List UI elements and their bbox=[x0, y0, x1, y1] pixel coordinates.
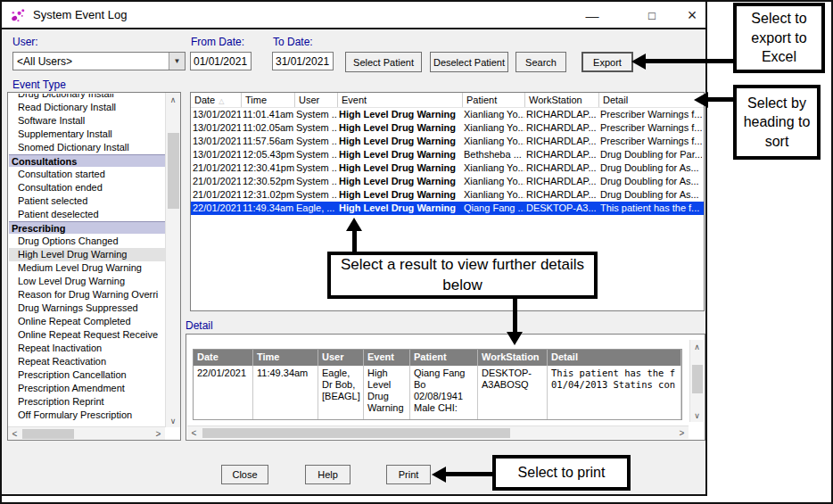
event-type-item[interactable]: Drug Options Changed bbox=[9, 235, 166, 248]
event-type-item[interactable]: Prescription Reprint bbox=[9, 395, 166, 409]
detail-header-row: DateTimeUserEventPatientWorkStationDetai… bbox=[194, 350, 681, 366]
cell-workstation: DESKTOP-A3... bbox=[524, 202, 598, 215]
event-type-item[interactable]: Prescription Cancellation bbox=[9, 368, 166, 382]
cell-time: 12:31.02pm bbox=[241, 188, 294, 202]
event-type-item[interactable]: Medium Level Drug Warning bbox=[9, 261, 166, 275]
event-type-item[interactable]: Snomed Dictionary Install bbox=[9, 141, 166, 154]
chevron-down-icon[interactable]: ▼ bbox=[169, 53, 185, 70]
scroll-right-icon[interactable]: > bbox=[152, 427, 165, 440]
scrollbar-thumb[interactable] bbox=[22, 429, 74, 439]
event-type-item[interactable]: Read Dictionary Install bbox=[9, 101, 166, 114]
detail-cell-event: High Level Drug Warning bbox=[364, 366, 410, 419]
result-row[interactable]: 13/01/202111:01.41amSystem ...High Level… bbox=[191, 108, 704, 121]
from-date-input[interactable] bbox=[190, 52, 252, 70]
cell-user: System ... bbox=[294, 188, 337, 202]
result-row[interactable]: 13/01/202111:57.56amSystem ...High Level… bbox=[191, 135, 704, 148]
help-button[interactable]: Help bbox=[305, 465, 351, 484]
cell-patient: Xianliang Yo... bbox=[462, 188, 524, 202]
minimize-button-icon[interactable]: — bbox=[578, 4, 606, 26]
event-type-item[interactable]: Online Repeat Request Receive bbox=[9, 328, 166, 342]
event-type-list: Drug Dictionary InstallRead Dictionary I… bbox=[7, 92, 181, 441]
sort-annotation: Select by heading to sort bbox=[733, 85, 821, 160]
result-row[interactable]: 13/01/202111:02.05amSystem ...High Level… bbox=[191, 121, 704, 135]
cell-detail: Drug Doubling for As... bbox=[598, 161, 702, 175]
result-row[interactable]: 21/01/202112:31.02pmSystem ...High Level… bbox=[191, 188, 704, 202]
detail-column-header-event: Event bbox=[364, 350, 410, 366]
scroll-left-icon[interactable]: < bbox=[187, 426, 201, 439]
maximize-button-icon[interactable]: □ bbox=[638, 4, 666, 26]
cell-event: High Level Drug Warning bbox=[337, 161, 462, 175]
detail-column-header-detail: Detail bbox=[548, 350, 681, 366]
event-type-item[interactable]: Patient selected bbox=[9, 194, 166, 208]
cell-patient: Xianliang Yo... bbox=[462, 121, 524, 135]
cell-patient: Bethsheba ... bbox=[462, 148, 524, 161]
event-type-item[interactable]: Off Formulary Prescription bbox=[9, 409, 166, 422]
cell-workstation: RICHARDLAP... bbox=[524, 148, 598, 161]
column-header-workstation[interactable]: WorkStation bbox=[524, 93, 598, 107]
event-type-category[interactable]: Prescribing bbox=[9, 221, 166, 235]
cell-event: High Level Drug Warning bbox=[337, 202, 462, 215]
scrollbar-thumb[interactable] bbox=[202, 428, 510, 438]
scroll-down-icon[interactable]: ∨ bbox=[690, 409, 704, 422]
sort-ascending-icon: △ bbox=[219, 97, 224, 105]
select-patient-button[interactable]: Select Patient bbox=[345, 52, 422, 72]
detail-horizontal-scrollbar[interactable]: < > bbox=[187, 426, 689, 439]
event-type-item[interactable]: Reason for Drug Warning Overri bbox=[9, 288, 166, 302]
column-header-date[interactable]: Date△ bbox=[191, 93, 241, 107]
cell-event: High Level Drug Warning bbox=[337, 135, 462, 148]
search-button[interactable]: Search bbox=[515, 52, 566, 72]
event-type-vertical-scrollbar[interactable]: ∧ ∨ bbox=[165, 93, 180, 427]
event-type-item[interactable]: Repeat Inactivation bbox=[9, 342, 166, 355]
scroll-up-icon[interactable]: ∧ bbox=[690, 340, 704, 353]
close-button[interactable]: Close bbox=[221, 465, 268, 484]
column-header-detail[interactable]: Detail bbox=[598, 93, 702, 107]
result-row[interactable]: 21/01/202112:30.41pmSystem ...High Level… bbox=[191, 161, 704, 175]
cell-date: 21/01/2021 bbox=[191, 188, 241, 202]
event-type-item[interactable]: Online Repeat Completed bbox=[9, 315, 166, 328]
event-type-item[interactable]: Supplementary Install bbox=[9, 128, 166, 141]
detail-table: DateTimeUserEventPatientWorkStationDetai… bbox=[193, 349, 682, 420]
scroll-left-icon[interactable]: < bbox=[8, 427, 21, 440]
scrollbar-thumb[interactable] bbox=[168, 133, 179, 209]
cell-event: High Level Drug Warning bbox=[337, 175, 462, 188]
event-type-item[interactable]: Repeat Reactivation bbox=[9, 355, 166, 368]
event-type-item[interactable]: Consultation started bbox=[9, 168, 166, 181]
event-type-item[interactable]: Consultation ended bbox=[9, 181, 166, 194]
detail-vertical-scrollbar[interactable]: ∧ ∨ bbox=[689, 340, 704, 422]
detail-cell-detail: This patient has the f 01/04/2013 Statin… bbox=[548, 366, 681, 419]
deselect-patient-button[interactable]: Deselect Patient bbox=[430, 52, 508, 72]
close-button-icon[interactable]: × bbox=[678, 4, 706, 26]
scroll-up-icon[interactable]: ∧ bbox=[166, 93, 180, 106]
event-type-item[interactable]: Drug Warnings Suppressed bbox=[9, 302, 166, 315]
column-header-time[interactable]: Time bbox=[241, 93, 294, 107]
to-date-input[interactable] bbox=[272, 52, 334, 70]
detail-column-header-time: Time bbox=[253, 350, 318, 366]
user-dropdown[interactable]: <All Users> ▼ bbox=[12, 52, 186, 70]
scroll-right-icon[interactable]: > bbox=[675, 426, 689, 439]
cell-patient: Xianliang Yo... bbox=[462, 135, 524, 148]
detail-cell-user: Eagle, Dr Bob, [BEAGL] bbox=[318, 366, 364, 419]
event-type-item[interactable]: Low Level Drug Warning bbox=[9, 275, 166, 288]
export-button[interactable]: Export bbox=[581, 52, 633, 72]
print-button[interactable]: Print bbox=[386, 465, 431, 484]
event-type-item[interactable]: Drug Dictionary Install bbox=[9, 94, 166, 101]
result-arrow-down-shaft bbox=[513, 299, 517, 333]
result-row[interactable]: 21/01/202112:30.52pmSystem ...High Level… bbox=[191, 175, 704, 188]
event-type-category[interactable]: Consultations bbox=[9, 154, 166, 168]
cell-date: 21/01/2021 bbox=[191, 175, 241, 188]
column-header-user[interactable]: User bbox=[294, 93, 337, 107]
column-header-event[interactable]: Event bbox=[337, 93, 462, 107]
event-type-item[interactable]: Patient deselected bbox=[9, 208, 166, 221]
column-header-patient[interactable]: Patient bbox=[462, 93, 524, 107]
result-row[interactable]: 13/01/202112:05.43pmSystem ...High Level… bbox=[191, 148, 704, 161]
cell-time: 11:49.34am bbox=[241, 202, 294, 215]
result-arrow-down-icon bbox=[507, 332, 523, 345]
scrollbar-thumb[interactable] bbox=[692, 365, 703, 393]
event-type-horizontal-scrollbar[interactable]: < > bbox=[8, 426, 165, 440]
detail-column-header-workstation: WorkStation bbox=[478, 350, 548, 366]
event-type-item[interactable]: Prescription Amendment bbox=[9, 382, 166, 395]
event-type-item[interactable]: Software Install bbox=[9, 114, 166, 128]
scroll-down-icon[interactable]: ∨ bbox=[166, 414, 180, 427]
result-row-selected[interactable]: 22/01/202111:49.34amEagle, ...High Level… bbox=[191, 202, 704, 215]
event-type-item[interactable]: High Level Drug Warning bbox=[9, 248, 166, 261]
